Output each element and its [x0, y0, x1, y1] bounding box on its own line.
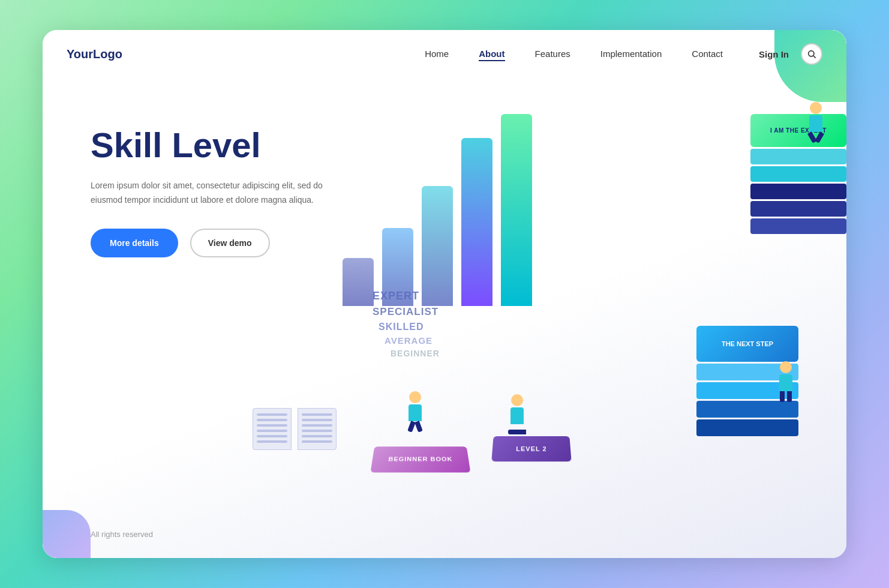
- label-specialist: SPECIALIST: [373, 304, 440, 320]
- main-card: YourLogo Home About Features Implementat…: [43, 30, 846, 558]
- person-body: [510, 407, 524, 424]
- next-step-top-book: THE NEXT STEP: [696, 326, 798, 362]
- label-expert: EXPERT: [373, 288, 440, 304]
- expert-book-2: [750, 166, 846, 182]
- level2-book: LEVEL 2: [491, 436, 571, 461]
- nav-item-contact[interactable]: Contact: [692, 49, 723, 59]
- person-sitting: [510, 394, 524, 435]
- nav-links: Home About Features Implementation Conta…: [425, 49, 723, 59]
- person-body: [809, 115, 822, 132]
- level2-book-label: LEVEL 2: [516, 445, 547, 452]
- level-labels: EXPERT SPECIALIST SKILLED AVERAGE BEGINN…: [373, 288, 440, 360]
- beginner-book-label: BEGINNER BOOK: [388, 456, 453, 462]
- book-line: [257, 424, 287, 427]
- illustration-area: EXPERT SPECIALIST SKILLED AVERAGE BEGINN…: [253, 66, 846, 522]
- person-head: [511, 394, 523, 406]
- book-line: [302, 424, 332, 427]
- person-legs: [810, 132, 822, 143]
- expert-stack: I AM THE EXPERT: [750, 114, 846, 236]
- book-line: [302, 419, 332, 421]
- bar-specialist: [461, 138, 492, 306]
- book-line: [257, 440, 287, 443]
- book-line: [302, 430, 332, 432]
- skill-bar-chart: [343, 114, 532, 306]
- person-head: [409, 391, 421, 403]
- logo: YourLogo: [67, 47, 122, 61]
- person-legs: [780, 391, 792, 402]
- person-legs: [409, 421, 421, 432]
- expert-book-1: [750, 149, 846, 164]
- more-details-button[interactable]: More details: [91, 229, 178, 257]
- signin-link[interactable]: Sign In: [759, 49, 789, 59]
- view-demo-button[interactable]: View demo: [190, 229, 270, 257]
- stack-book-3: [696, 401, 798, 418]
- person-leg-right: [515, 430, 526, 434]
- person-standing: [779, 361, 792, 402]
- person-leg-right: [787, 391, 792, 402]
- svg-point-0: [809, 51, 814, 56]
- navigation: YourLogo Home About Features Implementat…: [43, 30, 846, 78]
- footer-text: All rights reserved: [91, 530, 153, 539]
- book-line: [257, 435, 287, 437]
- expert-book-4: [750, 201, 846, 217]
- expert-book-5: [750, 218, 846, 234]
- person-leg-right: [415, 421, 423, 433]
- label-average: AVERAGE: [385, 334, 440, 348]
- nav-item-features[interactable]: Features: [535, 49, 570, 59]
- bar-expert: [501, 114, 532, 306]
- nav-item-implementation[interactable]: Implementation: [600, 49, 662, 59]
- person-head: [780, 361, 792, 373]
- book-right-page: [298, 408, 337, 450]
- nav-item-home[interactable]: Home: [425, 49, 449, 59]
- book-line: [257, 430, 287, 432]
- search-button[interactable]: [801, 43, 822, 65]
- svg-line-1: [813, 56, 816, 58]
- person-body: [409, 404, 422, 421]
- nav-right: Sign In: [759, 43, 822, 65]
- bar-beginner: [343, 258, 374, 306]
- person-head: [810, 102, 822, 114]
- person-legs: [511, 424, 523, 435]
- open-book: [253, 402, 337, 456]
- search-icon: [807, 49, 816, 59]
- book-line: [302, 440, 332, 443]
- person-jumping: [809, 102, 822, 143]
- book-line: [302, 435, 332, 437]
- stack-book-4: [696, 419, 798, 436]
- cta-buttons: More details View demo: [91, 229, 331, 257]
- hero-description: Lorem ipsum dolor sit amet, consectetur …: [91, 179, 331, 208]
- book-left-page: [253, 408, 292, 450]
- footer: All rights reserved: [91, 530, 153, 539]
- hero-section: Skill Level Lorem ipsum dolor sit amet, …: [91, 126, 331, 257]
- book-line: [302, 413, 332, 416]
- expert-top-book: I AM THE EXPERT: [750, 114, 846, 147]
- label-skilled: SKILLED: [379, 320, 440, 334]
- person-body: [779, 374, 792, 391]
- page-title: Skill Level: [91, 126, 331, 164]
- person-leg-left: [780, 391, 785, 402]
- beginner-book: BEGINNER BOOK: [371, 446, 471, 472]
- book-line: [257, 419, 287, 421]
- expert-book-3: [750, 184, 846, 199]
- book-lines-left: [253, 409, 291, 451]
- book-line: [257, 413, 287, 416]
- nav-item-about[interactable]: About: [479, 49, 504, 59]
- person-running: [409, 391, 422, 432]
- next-step-label: THE NEXT STEP: [722, 340, 773, 347]
- label-beginner: BEGINNER: [391, 347, 440, 360]
- book-lines-right: [298, 409, 336, 451]
